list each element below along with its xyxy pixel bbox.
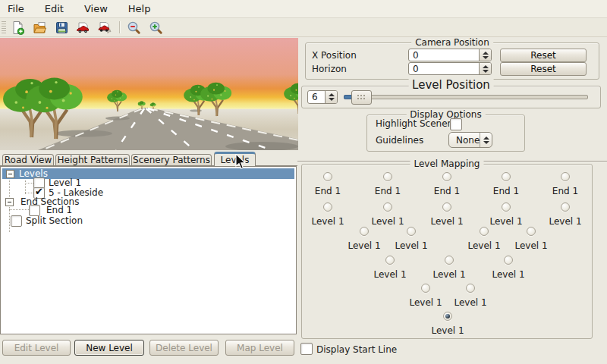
mapping-radio-label: End 1	[541, 186, 590, 196]
horizon-label: Horizon	[312, 64, 347, 74]
mapping-radio-label: Level 1	[340, 240, 388, 251]
mapping-radio-r2-c4[interactable]	[502, 202, 511, 212]
tree-checkbox-split-section[interactable]: ✔	[11, 215, 22, 227]
mapping-radio-label: Level 1	[484, 269, 533, 280]
tree-expander-icon[interactable]	[5, 198, 14, 206]
mapping-radio-r5-c2[interactable]	[466, 284, 475, 293]
mapping-radio-r3-c1[interactable]	[360, 227, 369, 236]
mapping-radio-r1-c2[interactable]	[383, 172, 392, 181]
mapping-radio-label: Level 1	[387, 240, 436, 251]
horizon-spinbox[interactable]: 0	[408, 62, 492, 75]
toolbar-separator	[119, 21, 121, 33]
menu-item-file[interactable]: File	[8, 3, 24, 14]
tab-scenery-patterns[interactable]: Scenery Patterns	[131, 154, 212, 165]
mapping-radio-r1-c5[interactable]	[561, 172, 570, 181]
x-position-label: X Position	[312, 50, 357, 61]
road-preview[interactable]	[0, 38, 298, 150]
mapping-radio-r1-c3[interactable]	[442, 172, 451, 181]
level-position-spinbox[interactable]: 6	[307, 90, 338, 104]
open-file-icon[interactable]	[31, 20, 48, 36]
toolbar-grip[interactable]	[2, 21, 6, 34]
mapping-radio-label: End 1	[423, 186, 471, 196]
x-position-value: 0	[409, 49, 479, 61]
tab-road-view[interactable]: Road View	[2, 154, 54, 165]
level-position-slider-handle[interactable]	[351, 90, 372, 105]
level-mapping-group: Level Mapping End 1End 1End 1End 1End 1L…	[301, 164, 593, 339]
level-position-slider[interactable]	[344, 95, 588, 99]
tree-item-end-1[interactable]: End 1	[46, 205, 72, 215]
mapping-radio-r5-c1[interactable]	[421, 284, 430, 293]
tree-checkbox-end-1[interactable]: ✔	[29, 205, 40, 216]
delete-level-button[interactable]: Delete Level	[149, 340, 219, 356]
export-car-icon[interactable]	[96, 20, 113, 36]
level-position-title: Level Position	[408, 78, 494, 92]
tree-connector	[25, 193, 33, 193]
mapping-radio-r2-c5[interactable]	[561, 202, 570, 212]
tree-item-split-section[interactable]: Split Section	[26, 215, 83, 226]
mapping-radio-label: Level 1	[423, 325, 472, 336]
new-file-icon[interactable]	[9, 20, 26, 36]
menu-item-view[interactable]: View	[84, 3, 108, 14]
tree-item-levels[interactable]: Levels	[2, 168, 294, 179]
display-start-line-label: Display Start Line	[316, 344, 397, 355]
mapping-radio-r4-c1[interactable]	[385, 256, 395, 265]
guidelines-combo[interactable]: None	[448, 132, 492, 148]
save-file-icon[interactable]	[53, 20, 70, 36]
mapping-radio-r6-c1[interactable]	[443, 312, 452, 321]
map-level-button[interactable]: Map Level	[225, 340, 294, 356]
highlight-scenery-label: Highlight Scenery	[376, 118, 457, 129]
application-window: FileEditViewHelp	[0, 0, 607, 364]
mapping-radio-r4-c3[interactable]	[504, 256, 513, 265]
tree-item-level-1[interactable]: Level 1	[49, 177, 81, 188]
x-position-reset-button[interactable]: Reset	[500, 49, 587, 62]
horizon-reset-button[interactable]: Reset	[500, 62, 587, 76]
mapping-radio-r1-c4[interactable]	[502, 172, 511, 181]
level-position-value: 6	[308, 91, 325, 103]
tree-connector	[25, 183, 33, 184]
level-mapping-title: Level Mapping	[410, 158, 484, 169]
x-position-spin-arrows[interactable]	[479, 49, 491, 61]
toolbar	[0, 19, 607, 37]
level-position-group: Level Position 6	[301, 86, 601, 108]
guidelines-value: None	[449, 133, 480, 147]
highlight-scenery-checkbox[interactable]: ✔	[450, 118, 462, 130]
x-position-spinbox[interactable]: 0	[408, 49, 492, 61]
track-car-icon[interactable]	[74, 20, 91, 36]
mapping-radio-label: Level 1	[401, 297, 450, 308]
edit-level-button[interactable]: Edit Level	[2, 340, 71, 356]
mapping-radio-r4-c2[interactable]	[445, 256, 454, 265]
menu-item-edit[interactable]: Edit	[45, 3, 64, 14]
zoom-in-icon[interactable]	[147, 20, 164, 36]
mapping-radio-label: Level 1	[446, 297, 495, 308]
section-tree-panel[interactable]: Levels✔Level 1✔5 - LakesideEnd Sections✔…	[0, 166, 297, 334]
level-position-spin-arrows[interactable]	[325, 91, 337, 103]
new-level-button[interactable]: New Level	[74, 340, 144, 356]
mapping-radio-label: Level 1	[425, 269, 473, 280]
mapping-radio-r3-c4[interactable]	[527, 227, 536, 236]
mapping-radio-r2-c3[interactable]	[442, 202, 451, 212]
tab-height-patterns[interactable]: Height Patterns	[55, 154, 130, 165]
menu-bar: FileEditViewHelp	[0, 0, 607, 18]
mapping-radio-r2-c1[interactable]	[323, 202, 332, 212]
horizon-spin-arrows[interactable]	[479, 63, 491, 74]
guidelines-combo-arrows[interactable]	[480, 133, 492, 147]
mapping-radio-r1-c1[interactable]	[323, 172, 332, 181]
mapping-radio-label: Level 1	[541, 216, 590, 227]
menu-item-help[interactable]: Help	[128, 3, 151, 14]
mapping-radio-label: End 1	[482, 186, 530, 196]
mapping-radio-r2-c2[interactable]	[383, 202, 392, 212]
display-start-line-checkbox[interactable]: ✔	[300, 343, 313, 355]
tab-levels[interactable]: Levels	[214, 152, 256, 166]
zoom-out-icon[interactable]	[125, 20, 142, 36]
road-preview-canvas	[0, 38, 298, 150]
tree-expander-icon[interactable]	[6, 170, 14, 178]
mapping-radio-r3-c3[interactable]	[480, 227, 489, 236]
camera-position-group: Camera Position X Position 0 Reset Horiz…	[305, 42, 599, 80]
mapping-radio-label: Level 1	[366, 269, 414, 280]
horizon-value: 0	[409, 63, 479, 74]
mapping-radio-label: Level 1	[423, 216, 471, 227]
mapping-radio-label: End 1	[304, 186, 352, 196]
tree-connector	[9, 209, 29, 210]
mapping-radio-label: Level 1	[304, 216, 352, 227]
mapping-radio-r3-c2[interactable]	[407, 227, 416, 236]
